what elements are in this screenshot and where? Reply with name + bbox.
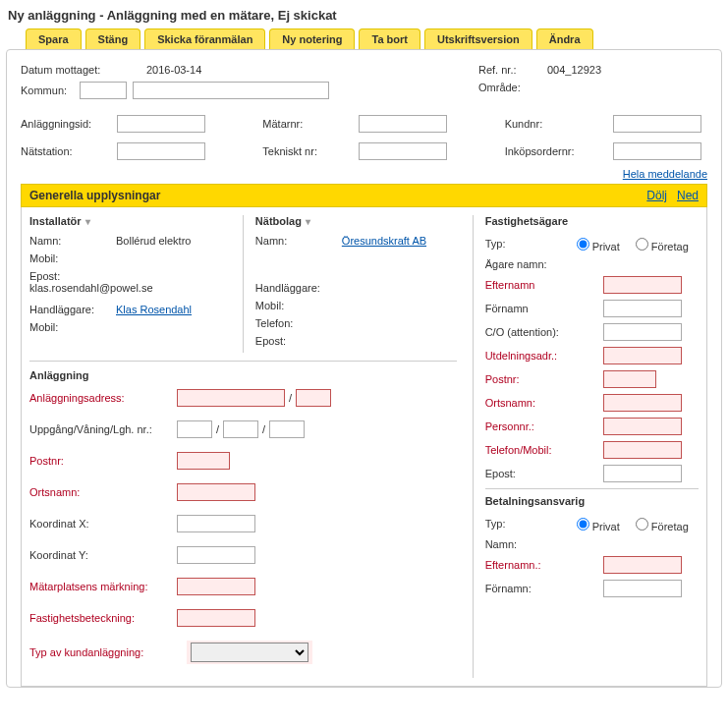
full-message-link[interactable]: Hela meddelande [623,168,707,180]
kommun-name-input[interactable] [133,82,329,99]
owner-agare-label: Ägare namn: [485,258,603,270]
natbolag-namn-label: Namn: [255,235,342,247]
send-preorder-button[interactable]: Skicka föranmälan [144,28,265,49]
owner-fornamn-label: Förnamn [485,303,603,314]
uppgang-input[interactable] [177,420,212,438]
vaning-input[interactable] [223,420,258,438]
uppgang-label: Uppgång/Våning/Lgh. nr.: [29,423,177,435]
natstation-input[interactable] [117,142,205,160]
owner-telefon-input[interactable] [603,441,682,459]
anlaggningsid-input[interactable] [117,115,205,133]
owner-privat-radio[interactable] [577,238,589,251]
owner-telefon-label: Telefon/Mobil: [485,444,603,456]
installer-header[interactable]: Installatör ▾ [29,215,231,227]
matarplats-label: Mätarplatsens märkning: [29,581,187,592]
payer-fornamn-label: Förnamn: [485,583,603,594]
inkopsordernr-input[interactable] [613,142,701,160]
installer-mobil2-label: Mobil: [29,321,116,333]
matarplats-input[interactable] [177,578,255,595]
koordx-input[interactable] [177,515,255,532]
koordy-label: Koordinat Y: [29,549,177,561]
installer-epost-label: Epost: [29,270,60,282]
anl-postnr-label: Postnr: [29,455,177,467]
owner-ortsnamn-input[interactable] [603,394,682,412]
natbolag-header[interactable]: Nätbolag ▾ [255,215,457,227]
payer-foretag-radio[interactable] [636,518,648,531]
section-bar-general: Generella upplysningar Dölj Ned [21,184,707,207]
owner-personnr-input[interactable] [603,418,682,435]
close-button[interactable]: Stäng [85,28,141,49]
owner-postnr-input[interactable] [603,370,656,388]
omrade-label: Område: [478,82,547,93]
owner-header: Fastighetsägare [485,215,699,227]
natstation-label: Nätstation: [21,145,107,157]
koordy-input[interactable] [177,546,255,564]
kundnr-input[interactable] [613,115,701,133]
installer-epost-value: klas.rosendahl@powel.se [29,282,153,294]
edit-button[interactable]: Ändra [536,28,593,49]
payer-header: Betalningsansvarig [485,488,699,507]
matarnr-input[interactable] [359,115,447,133]
natbolag-epost-label: Epost: [255,335,342,347]
date-received-label: Datum mottaget: [21,64,139,76]
owner-co-label: C/O (attention): [485,326,603,338]
kundnr-label: Kundnr: [505,118,603,130]
owner-epost-label: Epost: [485,468,603,479]
anl-postnr-input[interactable] [177,452,230,470]
main-panel: Datum mottaget: 2016-03-14 Kommun: Ref. … [6,49,722,688]
payer-fornamn-input[interactable] [603,580,682,597]
matarnr-label: Mätarnr: [262,118,349,130]
anlaggningsadress-label: Anläggningsadress: [29,392,177,404]
owner-co-input[interactable] [603,323,682,341]
natbolag-namn-link[interactable]: Öresundskraft AB [342,235,426,247]
id-row: Anläggningsid: Nätstation: Mätarnr: Tekn… [21,115,707,160]
tekniskt-nr-input[interactable] [359,142,447,160]
chevron-down-icon: ▾ [306,216,310,227]
payer-efternamn-input[interactable] [603,556,682,574]
refnr-label: Ref. nr.: [478,64,547,76]
owner-personnr-label: Personnr.: [485,420,603,432]
lghnr-input[interactable] [269,420,305,438]
installer-handlaggare-link[interactable]: Klas Rosendahl [116,304,192,315]
owner-efternamn-label: Efternamn [485,279,603,291]
owner-efternamn-input[interactable] [603,276,682,294]
print-button[interactable]: Utskriftsversion [424,28,532,49]
anlaggningsid-label: Anläggningsid: [21,118,107,130]
refnr-value: 004_12923 [547,64,601,76]
installer-mobil-label: Mobil: [29,252,116,264]
date-received-value: 2016-03-14 [146,64,201,76]
owner-epost-input[interactable] [603,465,682,482]
payer-typ-label: Typ: [485,518,572,530]
payer-privat-radio[interactable] [577,518,589,531]
fastighet-input[interactable] [177,609,255,627]
installer-namn-value: Bollérud elektro [116,235,191,247]
anlaggning-header: Anläggning [29,369,457,381]
fastighet-label: Fastighetsbeteckning: [29,612,177,624]
owner-foretag-radio[interactable] [636,238,648,251]
owner-ortsnamn-label: Ortsnamn: [485,397,603,409]
owner-fornamn-input[interactable] [603,300,682,317]
anlaggningsadress-input[interactable] [177,389,285,407]
owner-postnr-label: Postnr: [485,373,603,385]
toolbar: Spara Stäng Skicka föranmälan Ny noterin… [6,28,722,49]
save-button[interactable]: Spara [26,28,82,49]
owner-utdel-input[interactable] [603,347,682,364]
hide-link[interactable]: Dölj [646,189,667,202]
anlaggningsadress-num-input[interactable] [296,389,331,407]
typ-kundanl-label: Typ av kundanläggning: [29,646,187,658]
down-link[interactable]: Ned [677,189,699,202]
kommun-label: Kommun: [21,84,80,96]
payer-efternamn-label: Efternamn.: [485,559,603,571]
natbolag-handlaggare-label: Handläggare: [255,282,342,294]
kommun-code-input[interactable] [80,82,127,99]
new-note-button[interactable]: Ny notering [269,28,355,49]
anl-ortsnamn-input[interactable] [177,483,255,501]
payer-namn-label: Namn: [485,538,603,550]
koordx-label: Koordinat X: [29,518,177,530]
chevron-down-icon: ▾ [85,216,90,227]
anl-ortsnamn-label: Ortsnamn: [29,486,177,498]
page-title: Ny anläggning - Anläggning med en mätare… [8,8,722,23]
installer-namn-label: Namn: [29,235,116,247]
delete-button[interactable]: Ta bort [359,28,420,49]
typ-kundanl-select[interactable] [191,643,308,662]
